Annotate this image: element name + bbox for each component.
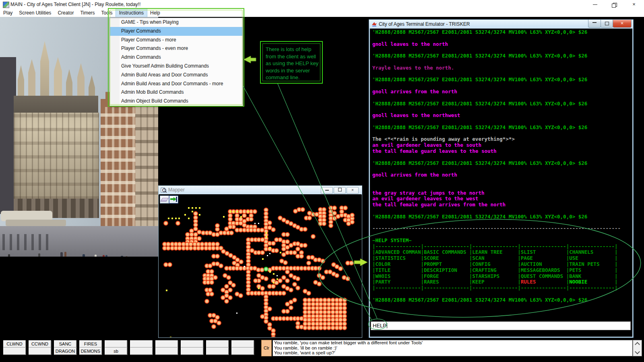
menu-instructions[interactable]: Instructions [116,9,147,17]
macro-button-empty[interactable] [181,340,203,348]
terminal-close-button[interactable]: × [613,20,632,28]
menu-item-give-yourself-admin-building-commands[interactable]: Give Yourself Admin Building Commands [110,62,243,71]
macro-button-fires[interactable]: FIRES [79,340,102,348]
terminal-line [372,220,621,226]
mapper-title-bar[interactable]: Mapper × [159,186,362,195]
menu-item-player-commands-more[interactable]: Player Commands - more [110,36,243,45]
terminal-line [372,83,621,89]
terminal-line: |COLOR |PROMPT |CONFIG |AUCTION |TRAIN P… [372,261,621,267]
macro-button-empty[interactable] [181,348,203,355]
terminal-app-icon [372,21,377,27]
map-room-dot [271,227,276,232]
macro-button-empty[interactable] [29,348,51,355]
macro-button-empty[interactable] [231,340,254,348]
map-room-dot [300,207,305,212]
terminal-line: gnoll leaves to the north [372,41,621,47]
map-eraser-button[interactable] [160,195,169,204]
macro-button-empty[interactable] [231,348,254,355]
terminal-maximize-button[interactable] [601,20,613,28]
restore-button[interactable] [608,0,621,9]
macro-button-ccwnd[interactable]: CCWND [29,340,51,348]
terminal-minimize-button[interactable] [588,20,601,28]
terminal-line [372,208,621,214]
map-room-dot [281,252,286,257]
map-goto-button[interactable] [169,195,178,204]
mapper-title: Mapper [168,187,185,193]
macro-button-clwnd[interactable]: CLWND [3,340,26,348]
menu-play[interactable]: Play [0,9,16,17]
map-room-dot [303,243,308,248]
terminal-output[interactable]: 'H2888/2888 M2567/2567 E2081/2081 S3274/… [370,29,632,337]
chat-log[interactable]: You ramble, 'you can make telnet bigger … [272,340,633,356]
macro-button-empty[interactable] [155,340,178,348]
map-marker-dot [277,278,278,280]
menu-item-game-tips-when-playing[interactable]: GAME - Tips when Playing [110,18,243,27]
macro-button-demons[interactable]: DEMONS [79,348,102,355]
terminal-title: City of Ages Terminal Emulator - TRISKER [379,21,470,27]
text-caret [387,323,387,328]
mapper-minimize-button[interactable] [321,187,333,194]
chat-scrollbar[interactable] [633,340,642,356]
terminal-line: the tall female guard arrives from the n… [372,202,621,208]
map-room-dot [219,246,223,251]
menu-item-admin-build-areas-and-door-commands[interactable]: Admin Build Areas and Door Commands [110,71,243,80]
macro-button-empty[interactable] [130,348,153,355]
terminal-line [372,184,621,190]
instructions-menu: GAME - Tips when PlayingPlayer CommandsP… [109,18,243,106]
terminal-line: gnoll leaves to the northwest [372,113,621,119]
terminal-line [372,35,621,41]
macro-button-empty[interactable] [206,340,229,348]
menu-item-player-commands-even-more[interactable]: Player Commands - even more [110,44,243,53]
menu-item-admin-build-areas-and-door-commands-more[interactable]: Admin Build Areas and Door Commands - mo… [110,80,243,88]
terminal-line [372,232,621,238]
menu-item-player-commands[interactable]: Player Commands [110,27,243,36]
mapper-close-button[interactable]: × [347,187,359,194]
macro-button-sb[interactable]: sb [105,348,127,355]
annotation-note-text: There is lots of helpfrom the client as … [262,43,320,81]
map-marker-dot [192,211,193,212]
macro-button-empty[interactable] [130,340,153,348]
terminal-line: an evil gardener leaves to the south [372,142,621,148]
menu-timers[interactable]: Timers [77,9,98,17]
map-marker-dot [273,273,275,275]
map-marker-dot [233,211,235,212]
map-room-dot [307,216,312,220]
map-room-dot [338,266,343,271]
chat-message: You ramble, 'you can make telnet bigger … [273,340,632,346]
clear-chat-button[interactable]: Clr [261,340,272,356]
map-marker-dot [236,313,237,314]
map-marker-dot [199,214,200,216]
menu-screen-utilities[interactable]: Screen Utilities [16,9,54,17]
map-canvas[interactable] [159,194,361,337]
menu-item-admin-commands[interactable]: Admin Commands [110,53,243,62]
menu-help[interactable]: Help [147,9,163,17]
menu-creator[interactable]: Creator [54,9,77,17]
macro-button-empty[interactable] [206,348,229,355]
map-marker-dot [166,290,167,291]
close-button[interactable]: × [627,0,641,9]
terminal-line [372,178,621,184]
minimize-button[interactable] [588,0,602,9]
map-marker-dot [273,282,275,284]
macro-button-dragon[interactable]: DRAGON [54,348,76,355]
map-marker-dot [280,252,281,253]
map-room-dot [264,276,268,281]
terminal-line: 'H2888/2888 M2567/2567 E2081/2081 S3274/… [372,29,621,35]
menu-tools[interactable]: Tools [98,9,116,17]
menu-item-admin-mob-build-commands[interactable]: Admin Mob Build Commands [110,88,243,97]
scroll-down-icon[interactable] [635,349,640,354]
macro-button-empty[interactable] [105,340,127,348]
map-marker-dot [262,258,264,260]
mapper-maximize-button[interactable] [334,187,346,194]
macro-button-empty[interactable] [155,348,178,355]
map-room-dot [219,263,223,268]
terminal-title-bar[interactable]: City of Ages Terminal Emulator - TRISKER… [369,20,633,29]
scroll-up-icon[interactable] [635,342,640,347]
map-room-dot [224,299,229,304]
menu-item-admin-object-build-commands[interactable]: Admin Object Build Commands [110,97,243,106]
terminal-command-input[interactable]: HELP [371,321,631,330]
macro-button-sanc[interactable]: SANC [54,340,76,348]
map-marker-dot [175,218,177,219]
macro-button-empty[interactable] [3,348,26,355]
main-window-title: MAIN - City of Ages Telnet Client [JN] -… [10,2,140,7]
